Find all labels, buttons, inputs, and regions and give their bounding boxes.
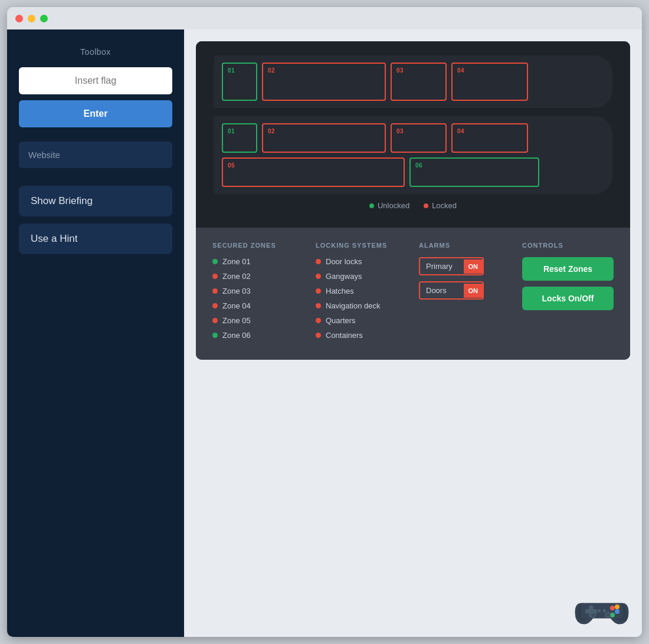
alarms-section: ALARMS Primary ON Doors ON <box>419 242 510 346</box>
toolbox-label: Toolbox <box>80 47 111 57</box>
show-briefing-button[interactable]: Show Briefing <box>19 186 172 216</box>
insert-flag-input[interactable] <box>19 67 172 94</box>
locking-systems-title: LOCKING SYSTEMS <box>316 242 407 249</box>
browser-titlebar <box>7 7 642 29</box>
reset-zones-button[interactable]: Reset Zones <box>522 257 614 281</box>
list-item: Navigation deck <box>316 301 407 310</box>
ship-top: 01 02 03 04 <box>214 55 612 108</box>
list-item: Zone 05 <box>212 316 304 325</box>
svg-point-4 <box>615 604 620 609</box>
zone-02-top: 02 <box>262 63 386 101</box>
locked-dot-icon <box>424 203 428 208</box>
zone04-status-icon <box>212 303 218 308</box>
list-item: Zone 04 <box>212 301 304 310</box>
browser-window: Toolbox Enter Website Show Briefing Use … <box>7 7 642 637</box>
legend: Unlocked Locked <box>214 194 612 213</box>
hatches-status-icon <box>316 288 321 294</box>
fullscreen-button-icon[interactable] <box>40 15 48 22</box>
nav-deck-status-icon <box>316 303 321 308</box>
list-item: Zone 06 <box>212 331 304 340</box>
gamepad-icon <box>572 586 631 632</box>
svg-point-5 <box>610 613 615 617</box>
zone-03-bot: 03 <box>391 123 447 153</box>
zone-01-bot: 01 <box>222 123 257 153</box>
zone06-status-icon <box>212 333 218 338</box>
list-item: Door locks <box>316 257 407 266</box>
svg-point-2 <box>610 606 615 610</box>
zone-03-top: 03 <box>391 63 447 101</box>
svg-rect-7 <box>603 609 606 612</box>
alarms-title: ALARMS <box>419 242 510 249</box>
svg-point-3 <box>615 609 620 614</box>
svg-point-9 <box>591 613 595 617</box>
content-card: 01 02 03 04 <box>196 41 630 360</box>
legend-locked: Locked <box>424 201 457 210</box>
svg-rect-6 <box>598 609 601 612</box>
ship-diagram: 01 02 03 04 <box>196 41 630 228</box>
legend-unlocked: Unlocked <box>369 201 409 210</box>
main-panel: 01 02 03 04 <box>184 29 642 637</box>
ship-bottom: 01 02 03 04 <box>214 116 612 194</box>
list-item: Gangways <box>316 272 407 281</box>
zone-02-bot: 02 <box>262 123 386 153</box>
locking-systems-section: LOCKING SYSTEMS Door locks Gangways Hatc… <box>316 242 407 346</box>
gangways-status-icon <box>316 274 321 279</box>
enter-button[interactable]: Enter <box>19 100 172 127</box>
quarters-status-icon <box>316 318 321 323</box>
ship-bottom-row1: 01 02 03 04 <box>222 123 604 153</box>
secured-zones-title: SECURED ZONES <box>212 242 304 249</box>
zone02-status-icon <box>212 274 218 279</box>
zone-01-top: 01 <box>222 63 257 101</box>
sidebar: Toolbox Enter Website Show Briefing Use … <box>7 29 184 637</box>
doors-alarm-badge: Doors ON <box>419 281 484 300</box>
list-item: Containers <box>316 331 407 340</box>
list-item: Zone 02 <box>212 272 304 281</box>
list-item: Zone 01 <box>212 257 304 266</box>
zone-04-bot: 04 <box>451 123 528 153</box>
website-button[interactable]: Website <box>19 142 172 168</box>
locks-on-off-button[interactable]: Locks On/Off <box>522 287 614 310</box>
list-item: Zone 03 <box>212 287 304 295</box>
unlocked-dot-icon <box>369 203 374 208</box>
browser-content: Toolbox Enter Website Show Briefing Use … <box>7 29 642 637</box>
list-item: Quarters <box>316 316 407 325</box>
zone-06-bot: 06 <box>409 157 539 187</box>
primary-alarm-badge: Primary ON <box>419 257 484 275</box>
controls-title: CONTROLS <box>522 242 614 249</box>
close-button-icon[interactable] <box>15 15 23 22</box>
info-panel: SECURED ZONES Zone 01 Zone 02 Zone 03 <box>196 228 630 360</box>
secured-zones-section: SECURED ZONES Zone 01 Zone 02 Zone 03 <box>212 242 304 346</box>
use-hint-button[interactable]: Use a Hint <box>19 224 172 254</box>
svg-point-11 <box>606 613 609 617</box>
containers-status-icon <box>316 333 321 338</box>
ship-bottom-row2: 05 06 <box>222 157 604 187</box>
zone05-status-icon <box>212 318 218 323</box>
list-item: Hatches <box>316 287 407 295</box>
zone01-status-icon <box>212 259 218 264</box>
door-locks-status-icon <box>316 259 321 264</box>
zone-04-top: 04 <box>451 63 528 101</box>
minimize-button-icon[interactable] <box>28 15 35 22</box>
controls-section: CONTROLS Reset Zones Locks On/Off <box>522 242 614 346</box>
zone-05-bot: 05 <box>222 157 405 187</box>
zone03-status-icon <box>212 288 218 294</box>
